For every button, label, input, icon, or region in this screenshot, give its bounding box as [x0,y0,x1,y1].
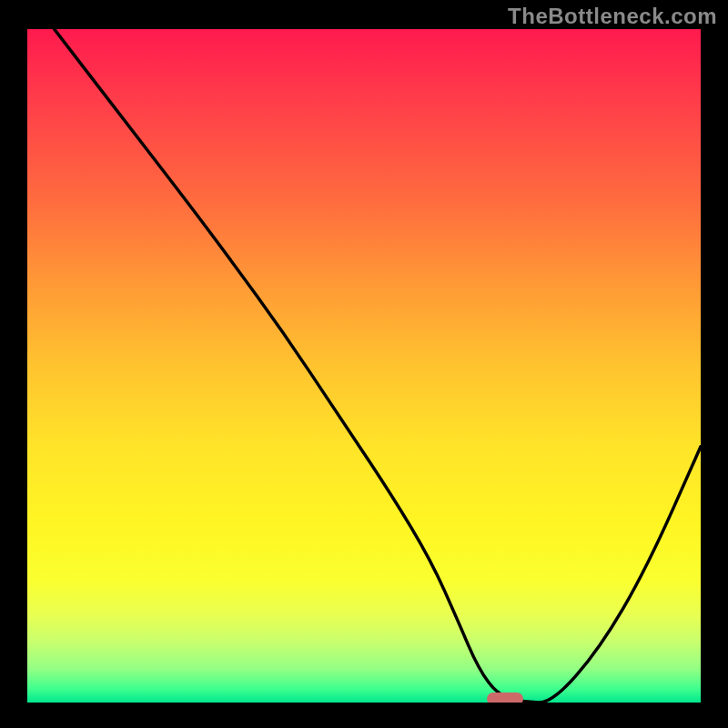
optimal-marker [487,693,523,703]
plot-area [27,29,701,703]
chart-frame: TheBottleneck.com [0,0,728,728]
curve-svg [27,29,701,703]
watermark-text: TheBottleneck.com [508,4,717,29]
curve-path [55,29,701,703]
